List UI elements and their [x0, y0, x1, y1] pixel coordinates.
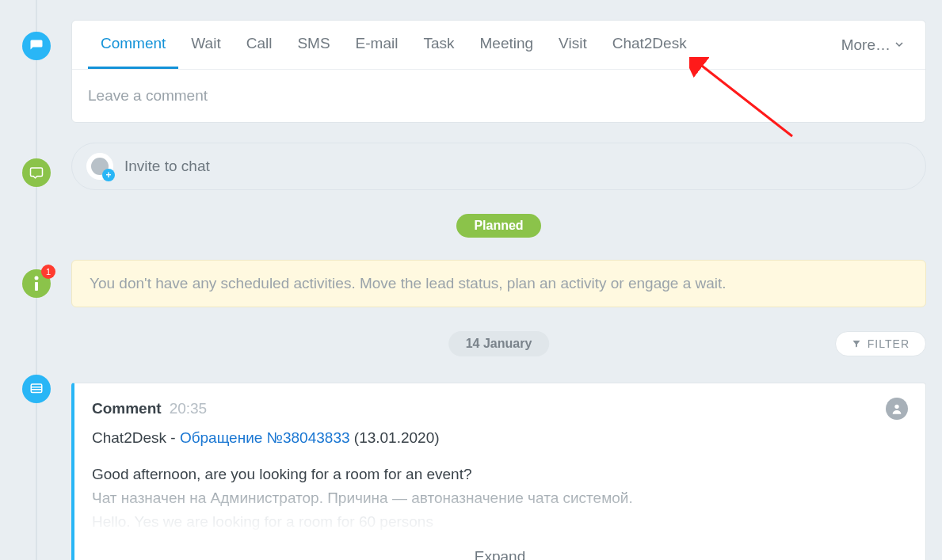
- timeline-entry-icon: [22, 375, 51, 403]
- info-badge: 1: [41, 265, 55, 279]
- tabs-more-label: More…: [841, 36, 891, 54]
- plus-icon: +: [102, 169, 115, 181]
- tab-task[interactable]: Task: [410, 21, 467, 69]
- filter-icon: [852, 339, 861, 349]
- svg-rect-1: [35, 282, 38, 291]
- filter-label: FILTER: [868, 337, 910, 350]
- planned-section: Planned: [71, 214, 926, 238]
- no-activities-info: You don't have any scheduled activities.…: [71, 260, 926, 307]
- timeline-comment-icon: [22, 32, 51, 60]
- filter-button[interactable]: FILTER: [835, 331, 926, 356]
- tab-wait[interactable]: Wait: [178, 21, 233, 69]
- svg-point-0: [35, 276, 39, 280]
- entry-time: 20:35: [170, 400, 208, 417]
- comment-input[interactable]: Leave a comment: [72, 70, 925, 122]
- entry-title: Comment: [92, 400, 162, 417]
- tabs-more[interactable]: More…: [835, 22, 910, 68]
- activity-tabs: Comment Wait Call SMS E-mail Task Meetin…: [72, 21, 925, 70]
- entry-source: Chat2Desk - Обращение №38043833 (13.01.2…: [92, 429, 908, 447]
- tab-sms[interactable]: SMS: [284, 21, 342, 69]
- tab-comment[interactable]: Comment: [88, 21, 178, 69]
- invite-to-chat[interactable]: + Invite to chat: [71, 143, 926, 190]
- invite-avatar-icon: +: [86, 153, 113, 180]
- timeline-entry: Comment 20:35 Chat2Desk - Обращение №380…: [71, 383, 926, 560]
- expand-button[interactable]: Expand: [92, 537, 908, 560]
- timeline-chat-icon: [22, 158, 51, 187]
- svg-rect-2: [31, 384, 42, 393]
- planned-pill: Planned: [456, 214, 540, 238]
- timeline-info-icon: 1: [22, 269, 51, 298]
- svg-point-5: [894, 405, 898, 409]
- date-pill: 14 January: [448, 331, 550, 356]
- tab-meeting[interactable]: Meeting: [467, 21, 547, 69]
- chevron-down-icon: [895, 42, 903, 48]
- tab-call[interactable]: Call: [234, 21, 285, 69]
- tab-visit[interactable]: Visit: [546, 21, 600, 69]
- tab-email[interactable]: E-mail: [343, 21, 411, 69]
- entry-link[interactable]: Обращение №38043833: [180, 429, 350, 446]
- entry-line-2: Чат назначен на Администратор. Причина —…: [92, 490, 908, 507]
- entry-line-1: Good afternoon, are you looking for a ro…: [92, 466, 908, 483]
- invite-label: Invite to chat: [124, 158, 210, 175]
- entry-line-3: Hello. Yes we are looking for a room for…: [92, 513, 908, 531]
- entry-user-avatar[interactable]: [886, 398, 908, 420]
- comment-compose-card: Comment Wait Call SMS E-mail Task Meetin…: [71, 20, 926, 123]
- tab-chat2desk[interactable]: Chat2Desk: [600, 21, 700, 69]
